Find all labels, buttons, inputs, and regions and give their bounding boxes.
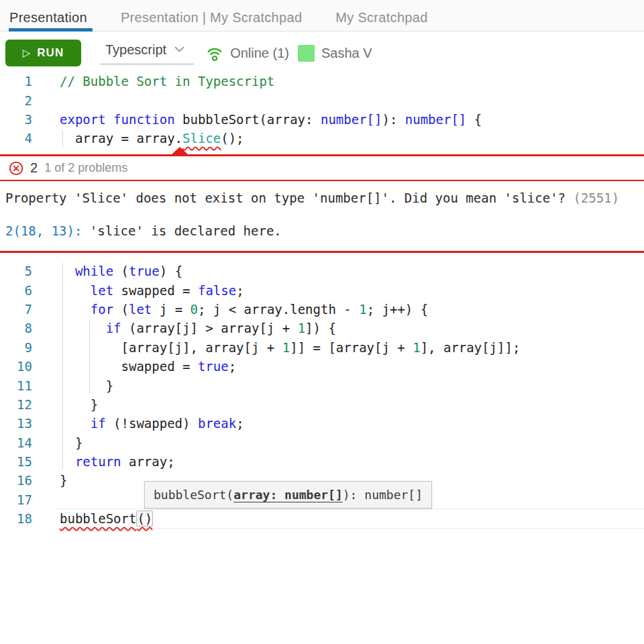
tab-bar: Presentation Presentation | My Scratchpa… [0,0,644,32]
code-token: } [60,378,113,393]
line-number: 7 [0,302,32,317]
code-text: return array; [32,454,175,469]
user-name: Sasha V [321,46,372,61]
code-text: while (true) { [32,264,182,278]
line-number: 5 [0,264,32,278]
error-circle-x-icon [9,161,23,176]
play-icon: ▷ [23,47,32,59]
code-token: () [136,511,153,527]
code-line[interactable]: 6 let swapped = false; [0,280,644,299]
code-text: array = array.Slice(); [32,131,244,146]
line-number: 10 [0,359,32,374]
code-line[interactable]: 7 for (let j = 0; j < array.length - 1; … [0,300,644,319]
code-text: } [32,473,67,488]
code-token [60,302,91,317]
code-line[interactable]: 3export function bubbleSort(array: numbe… [0,110,644,129]
code-text: } [32,378,113,393]
line-number: 6 [0,283,32,298]
code-token: array; [121,454,175,469]
code-token [60,321,106,335]
code-line[interactable]: 18bubbleSort() [0,509,644,528]
signature-tooltip: bubbleSort(array: number[]): number[] [144,481,432,508]
code-token: let [129,302,152,317]
problems-count: 2 [30,160,38,176]
code-line[interactable]: 4 array = array.Slice(); [0,129,644,148]
code-token: 'slice' is declared here. [82,223,281,238]
code-token: // Bubble Sort in Typescript [60,74,274,89]
line-number: 1 [0,74,32,89]
line-number: 16 [0,473,32,488]
code-token: while [75,264,113,278]
code-token: bubbleSort( [154,488,233,502]
code-line[interactable]: 2 [0,91,644,109]
code-token: (2551) [573,191,619,205]
code-line[interactable]: 15 return array; [0,452,644,471]
code-token: ]) { [305,321,336,335]
code-token: ]] = [array[j + [290,340,413,355]
code-token: Property 'Slice' does not exist on type … [5,191,573,205]
line-number: 8 [0,321,32,335]
toolbar: ▷ RUN Typescript Online (1) Sasha V [0,32,644,74]
code-token: ) { [160,264,182,278]
code-token: ): number[] [343,488,423,502]
problems-pager-label: 1 of 2 problems [44,161,127,175]
code-token: bubbleSort(array: [175,112,321,127]
code-token: array = array. [60,131,182,146]
tab-presentation-my-scratchpad[interactable]: Presentation | My Scratchpad [121,4,302,32]
code-token: export function [60,112,175,127]
code-line[interactable]: 12 } [0,395,644,414]
code-line[interactable]: 10 swapped = true; [0,357,644,376]
code-token [60,454,75,469]
code-token: j = [152,302,190,317]
code-token: swapped = [60,359,198,374]
code-token [60,416,91,431]
code-token: { [466,112,482,127]
code-token: 2(18, 13): [5,223,82,238]
code-token: number[] [321,112,382,127]
code-token: if [91,416,106,431]
line-number: 14 [0,435,32,450]
problem-message: 2(18, 13): 'slice' is declared here. [5,223,644,238]
code-token: (array[j] > array[j + [121,321,298,335]
indent-guide [62,130,63,147]
code-token: true [198,359,229,374]
code-token: ): [382,112,405,127]
code-text: swapped = true; [32,359,236,374]
code-token: number[] [405,112,467,127]
line-number: 12 [0,397,32,412]
tab-my-scratchpad[interactable]: My Scratchpad [335,4,427,32]
code-line[interactable]: 11 } [0,376,644,394]
online-status: Online (1) [230,46,289,61]
code-line[interactable]: 14 } [0,433,644,452]
code-text: } [32,435,83,450]
code-line[interactable]: 5 while (true) { [0,262,644,280]
problems-header[interactable]: 2 1 of 2 problems [0,156,644,181]
code-token: true [129,264,160,278]
code-text: for (let j = 0; j < array.length - 1; j+… [32,302,428,317]
code-token: } [60,397,98,412]
code-token: ; j++) { [367,302,429,317]
code-line[interactable]: 13 if (!swapped) break; [0,414,644,433]
line-number: 11 [0,378,32,393]
code-token: 1 [298,321,305,335]
code-line[interactable]: 8 if (array[j] > array[j + 1]) { [0,319,644,337]
code-text: export function bubbleSort(array: number… [32,112,482,127]
line-number: 13 [0,416,32,431]
code-token: } [60,435,83,450]
code-line[interactable]: 1// Bubble Sort in Typescript [0,72,644,91]
run-button[interactable]: ▷ RUN [5,40,81,66]
problem-message: Property 'Slice' does not exist on type … [5,191,644,205]
code-token: break [198,416,236,431]
code-line[interactable]: 9 [array[j], array[j + 1]] = [array[j + … [0,338,644,357]
code-token [60,264,75,278]
code-token: swapped = [113,283,198,298]
avatar [298,45,315,62]
code-token: array: number[] [233,488,343,502]
chevron-down-icon [174,46,184,53]
language-dropdown[interactable]: Typescript [100,42,194,64]
code-token: ; [229,359,236,374]
code-token: 1 [359,302,366,317]
code-token: (); [221,131,244,146]
code-text: if (!swapped) break; [32,416,244,431]
tab-presentation[interactable]: Presentation [9,4,87,32]
